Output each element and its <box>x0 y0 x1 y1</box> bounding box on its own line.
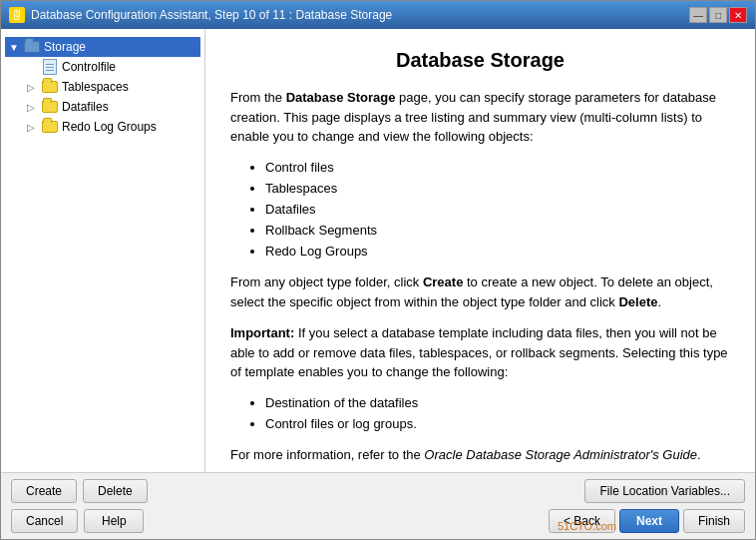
btn-group-create-delete: Create Delete <box>11 479 148 503</box>
create-button[interactable]: Create <box>11 479 77 503</box>
tree-item-tablespaces[interactable]: ▷ Tablespaces <box>5 77 200 97</box>
cancel-button[interactable]: Cancel <box>11 509 78 533</box>
description-para1: From the Database Storage page, you can … <box>230 88 730 147</box>
title-bar: 🗄 Database Configuration Assistant, Step… <box>1 1 755 29</box>
minimize-button[interactable]: — <box>689 7 707 23</box>
right-panel: Database Storage From the Database Stora… <box>205 29 755 472</box>
back-button[interactable]: < Back <box>549 509 615 533</box>
bold-database-storage: Database Storage <box>286 90 396 105</box>
title-bar-left: 🗄 Database Configuration Assistant, Step… <box>9 7 392 23</box>
description-para3: Important: If you select a database temp… <box>230 323 730 382</box>
tree-panel: ▼ Storage Controlfile ▷ <box>1 29 205 472</box>
folder-icon-tablespaces <box>41 79 59 95</box>
title-buttons: — □ ✕ <box>689 7 747 23</box>
close-button[interactable]: ✕ <box>729 7 747 23</box>
btn-group-file-location: File Location Variables... <box>584 479 745 503</box>
maximize-button[interactable]: □ <box>709 7 727 23</box>
tree-label-storage: Storage <box>44 40 86 54</box>
bullet-item: Redo Log Groups <box>265 243 730 261</box>
help-button[interactable]: Help <box>84 509 144 533</box>
bold-create: Create <box>423 274 463 289</box>
description-para4: For more information, refer to the Oracl… <box>230 445 730 465</box>
description-para2: From any object type folder, click Creat… <box>230 272 730 311</box>
main-window: 🗄 Database Configuration Assistant, Step… <box>0 0 756 540</box>
bullet-list-1: Control files Tablespaces Datafiles Roll… <box>230 159 730 262</box>
tree-item-storage[interactable]: ▼ Storage <box>5 37 200 57</box>
delete-button[interactable]: Delete <box>83 479 148 503</box>
tree-label-tablespaces: Tablespaces <box>62 80 129 94</box>
file-location-variables-button[interactable]: File Location Variables... <box>584 479 745 503</box>
bullet-item: Control files <box>265 159 730 177</box>
window-icon: 🗄 <box>9 7 25 23</box>
finish-button[interactable]: Finish <box>683 509 745 533</box>
bullet-item: Rollback Segments <box>265 222 730 240</box>
next-button[interactable]: Next <box>619 509 679 533</box>
tree-item-controlfile[interactable]: Controlfile <box>5 57 200 77</box>
btn-group-cancel-help: Cancel Help <box>11 509 144 533</box>
bottom-bar: Create Delete File Location Variables...… <box>1 472 755 539</box>
tree-label-redo: Redo Log Groups <box>62 120 157 134</box>
bullet-item-dest: Destination of the datafiles <box>265 394 730 412</box>
expand-icon-tablespaces: ▷ <box>27 82 41 93</box>
expand-icon-datafiles: ▷ <box>27 102 41 113</box>
bullet-item: Tablespaces <box>265 180 730 198</box>
italic-guide: Oracle Database Storage Administrator's … <box>424 447 697 462</box>
tree-item-datafiles[interactable]: ▷ Datafiles <box>5 97 200 117</box>
bullet-item: Datafiles <box>265 201 730 219</box>
bottom-bar-row1: Create Delete File Location Variables... <box>11 479 745 503</box>
tree-label-controlfile: Controlfile <box>62 60 116 74</box>
doc-icon-controlfile <box>41 59 59 75</box>
folder-icon-datafiles <box>41 99 59 115</box>
btn-group-nav: < Back Next Finish <box>549 509 745 533</box>
tree-item-redo-log-groups[interactable]: ▷ Redo Log Groups <box>5 117 200 137</box>
page-title: Database Storage <box>230 49 730 72</box>
content-area: ▼ Storage Controlfile ▷ <box>1 29 755 472</box>
bullet-list-2: Destination of the datafiles Control fil… <box>230 394 730 433</box>
expand-icon-storage: ▼ <box>9 42 23 53</box>
folder-icon-storage <box>23 39 41 55</box>
bold-important: Important: <box>230 325 294 340</box>
folder-icon-redo <box>41 119 59 135</box>
tree-label-datafiles: Datafiles <box>62 100 109 114</box>
expand-icon-redo: ▷ <box>27 122 41 133</box>
bullet-item-control: Control files or log groups. <box>265 415 730 433</box>
bottom-bar-row2: Cancel Help < Back Next Finish <box>11 509 745 533</box>
bold-delete: Delete <box>618 294 657 309</box>
window-title: Database Configuration Assistant, Step 1… <box>31 8 392 22</box>
